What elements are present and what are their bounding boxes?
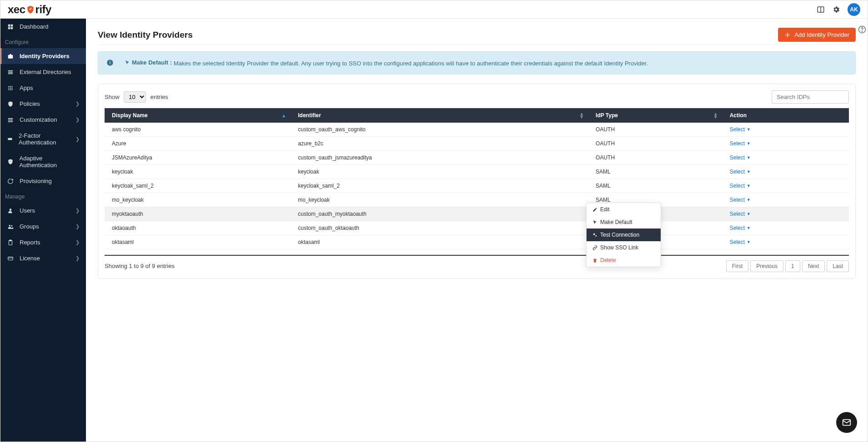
page-1[interactable]: 1 xyxy=(785,260,800,272)
table-row: keycloakkeycloakSAMLSelect ▼ xyxy=(105,164,849,179)
shield-icon xyxy=(26,5,35,14)
select-action[interactable]: Select ▼ xyxy=(730,225,751,231)
show-entries: Show 10 entries xyxy=(105,91,168,103)
page-last[interactable]: Last xyxy=(827,260,849,272)
cell-idp-type: OAUTH xyxy=(588,136,722,150)
select-action[interactable]: Select ▼ xyxy=(730,154,751,161)
grid-icon xyxy=(7,85,14,91)
svg-point-34 xyxy=(595,235,597,236)
select-action[interactable]: Select ▼ xyxy=(730,197,751,203)
select-action[interactable]: Select ▼ xyxy=(730,239,751,245)
svg-point-25 xyxy=(11,225,12,226)
sidebar-item-label: 2-Factor Authentication xyxy=(19,132,70,146)
col-action: Action xyxy=(722,108,849,123)
cell-idp-type: SAML xyxy=(588,179,722,193)
mail-fab[interactable] xyxy=(836,412,857,433)
sidebar-item-identity-providers[interactable]: Identity Providers xyxy=(0,48,86,64)
cogs-icon xyxy=(592,233,597,238)
search-input[interactable] xyxy=(772,90,849,104)
sidebar-item-provisioning[interactable]: Provisioning xyxy=(0,173,86,189)
page-size-select[interactable]: 10 xyxy=(124,91,146,103)
cell-display-name: mo_keycloak xyxy=(105,193,291,207)
sidebar-item-reports[interactable]: Reports ❯ xyxy=(0,234,86,250)
chevron-right-icon: ❯ xyxy=(75,239,80,245)
show-label: Show xyxy=(105,94,120,100)
cell-identifier: custom_oauth_jsmazureaditya xyxy=(291,150,588,164)
entries-label: entries xyxy=(151,94,168,100)
page-next[interactable]: Next xyxy=(802,260,825,272)
svg-point-24 xyxy=(9,224,11,226)
select-action[interactable]: Select ▼ xyxy=(730,140,751,147)
svg-rect-2 xyxy=(8,24,10,26)
col-idp-type[interactable]: IdP Type▲▼ xyxy=(588,108,722,123)
dropdown-make-default[interactable]: Make Default xyxy=(587,216,661,228)
user-icon xyxy=(7,208,14,214)
brand-text-2: rify xyxy=(35,3,51,16)
sync-icon xyxy=(7,178,14,184)
dropdown-show-sso[interactable]: Show SSO Link xyxy=(587,241,661,254)
info-text: Make Default : Makes the selected Identi… xyxy=(125,59,648,67)
chevron-right-icon: ❯ xyxy=(75,223,80,229)
caret-down-icon: ▼ xyxy=(747,240,751,244)
svg-rect-3 xyxy=(11,24,13,26)
page-first[interactable]: First xyxy=(726,260,748,272)
chevron-right-icon: ❯ xyxy=(75,117,80,123)
chevron-right-icon: ❯ xyxy=(75,101,80,107)
sidebar-item-2fa[interactable]: 2-Factor Authentication ❯ xyxy=(0,128,86,150)
sidebar-item-customization[interactable]: Customization ❯ xyxy=(0,112,86,128)
sidebar-item-license[interactable]: License ❯ xyxy=(0,250,86,266)
sidebar-item-label: Dashboard xyxy=(20,23,49,30)
help-icon[interactable] xyxy=(858,25,866,34)
sidebar-item-label: Customization xyxy=(20,116,57,123)
sidebar-item-label: Provisioning xyxy=(20,178,52,184)
main-content: View Identity Providers Add Identity Pro… xyxy=(86,19,868,442)
sliders-icon xyxy=(7,117,14,123)
sidebar-item-label: Apps xyxy=(20,84,33,91)
caret-down-icon: ▼ xyxy=(747,198,751,202)
svg-point-33 xyxy=(593,233,595,235)
sidebar-item-label: License xyxy=(20,255,40,262)
gear-icon[interactable] xyxy=(832,5,840,14)
cell-idp-type: SAML xyxy=(588,164,722,179)
mail-icon xyxy=(842,417,852,427)
col-display-name[interactable]: Display Name▲ xyxy=(105,108,291,123)
sidebar-item-users[interactable]: Users ❯ xyxy=(0,203,86,219)
cell-identifier: oktasaml xyxy=(291,235,588,249)
table-row: Azureazure_b2cOAUTHSelect ▼ xyxy=(105,136,849,150)
sidebar-item-apps[interactable]: Apps xyxy=(0,80,86,96)
avatar[interactable]: AK xyxy=(848,3,860,16)
select-action[interactable]: Select ▼ xyxy=(730,126,751,133)
dropdown-test-connection[interactable]: Test Connection xyxy=(587,228,661,241)
sidebar-item-external-directories[interactable]: External Directories xyxy=(0,64,86,80)
svg-point-32 xyxy=(110,61,110,62)
sort-icon: ▲ xyxy=(281,114,286,117)
cell-display-name: keycloak xyxy=(105,164,291,179)
select-action[interactable]: Select ▼ xyxy=(730,211,751,217)
pagination: First Previous 1 Next Last xyxy=(726,260,849,272)
brand-logo[interactable]: xec rify xyxy=(8,3,51,16)
dropdown-delete[interactable]: Delete xyxy=(587,254,661,267)
cell-display-name: oktasaml xyxy=(105,235,291,249)
svg-point-16 xyxy=(8,89,9,90)
select-action[interactable]: Select ▼ xyxy=(730,183,751,189)
sidebar-item-adaptive-auth[interactable]: Adaptive Authentication xyxy=(0,150,86,173)
add-button-label: Add Identity Provider xyxy=(794,31,849,38)
sidebar-item-policies[interactable]: Policies ❯ xyxy=(0,96,86,112)
caret-down-icon: ▼ xyxy=(747,226,751,230)
add-identity-provider-button[interactable]: Add Identity Provider xyxy=(778,28,856,42)
dropdown-edit[interactable]: Edit xyxy=(587,203,661,216)
sidebar-item-groups[interactable]: Groups ❯ xyxy=(0,219,86,234)
page-prev[interactable]: Previous xyxy=(750,260,783,272)
table-row: aws cognitocustom_oauth_aws_cognitoOAUTH… xyxy=(105,123,849,137)
cell-display-name: aws cognito xyxy=(105,123,291,137)
book-icon[interactable] xyxy=(817,5,825,14)
svg-rect-6 xyxy=(8,55,13,59)
col-identifier[interactable]: Identifier▲▼ xyxy=(291,108,588,123)
sidebar-item-label: Identity Providers xyxy=(20,53,70,60)
select-action[interactable]: Select ▼ xyxy=(730,169,751,175)
svg-rect-27 xyxy=(10,240,11,241)
table-row: myoktaoauthcustom_oauth_myoktaoauthOAUTH… xyxy=(105,207,849,221)
sidebar-item-dashboard[interactable]: Dashboard xyxy=(0,19,86,35)
edit-icon xyxy=(592,207,597,212)
cell-identifier: keycloak xyxy=(291,164,588,179)
